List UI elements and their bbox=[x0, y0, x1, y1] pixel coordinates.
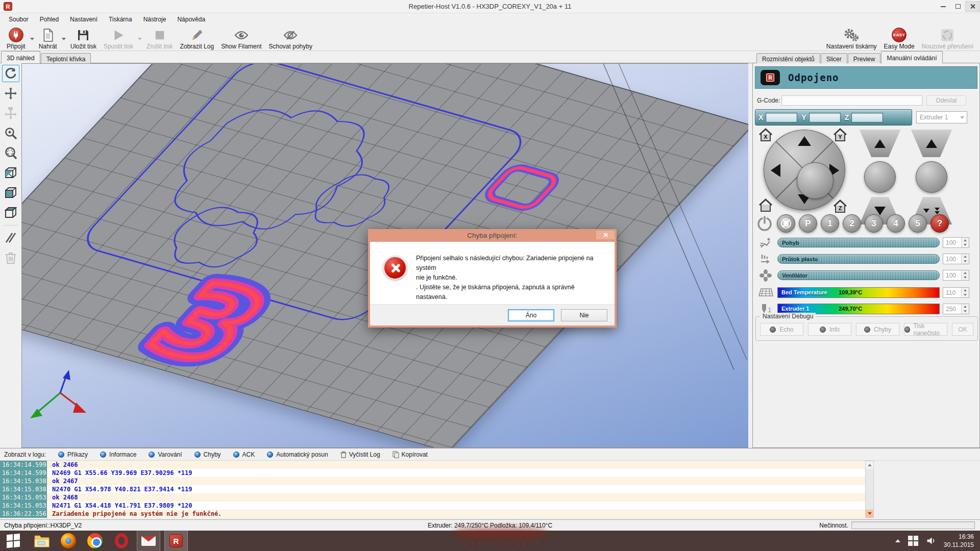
delete-object-icon[interactable] bbox=[2, 249, 19, 266]
park-button[interactable]: P bbox=[799, 214, 817, 233]
repetier-host-taskbar-button[interactable]: R bbox=[164, 531, 188, 551]
send-gcode-button[interactable]: Odeslat bbox=[926, 95, 966, 106]
preset-5-button[interactable]: 5 bbox=[909, 214, 927, 233]
preset-3-button[interactable]: 3 bbox=[865, 214, 883, 233]
tab-slicer[interactable]: Slicer bbox=[821, 53, 847, 64]
z-position-display[interactable] bbox=[851, 113, 883, 122]
hidden-icons-arrow[interactable] bbox=[895, 539, 900, 542]
z-center-knob[interactable] bbox=[864, 161, 896, 193]
help-button[interactable]: ? bbox=[930, 214, 949, 233]
connect-button[interactable]: Připojit bbox=[3, 27, 29, 51]
menu-nastroje[interactable]: Nástroje bbox=[138, 14, 172, 25]
emergency-stop-button[interactable]: Nouzové přerušení bbox=[918, 27, 977, 51]
volume-icon[interactable] bbox=[926, 536, 936, 545]
parallel-projection-icon[interactable] bbox=[2, 229, 19, 246]
bed-temperature-spinner[interactable]: 110 bbox=[943, 287, 969, 298]
side-view-icon[interactable] bbox=[2, 184, 19, 202]
tab-manual-control[interactable]: Manuální ovládání bbox=[881, 51, 942, 63]
home-y-button[interactable]: Y bbox=[832, 128, 848, 143]
front-view-icon[interactable] bbox=[2, 164, 19, 182]
tab-preview[interactable]: Preview bbox=[848, 53, 881, 64]
maximize-button[interactable] bbox=[950, 1, 965, 12]
save-print-button[interactable]: Uložit tisk bbox=[67, 27, 100, 51]
log-scrollbar[interactable] bbox=[865, 461, 874, 518]
move-object-icon[interactable] bbox=[2, 105, 19, 122]
dialog-close-button[interactable] bbox=[596, 230, 615, 240]
dialog-yes-button[interactable]: Áno bbox=[508, 309, 554, 321]
cancel-print-button[interactable]: Zrušit tisk bbox=[143, 27, 176, 51]
clear-log-button[interactable]: Vyčistit Log bbox=[340, 451, 380, 458]
menu-tiskarna[interactable]: Tiskárna bbox=[103, 14, 138, 25]
power-button[interactable] bbox=[756, 215, 773, 232]
show-log-button[interactable]: Zobrazit Log bbox=[176, 27, 217, 51]
debug-dry-run-button[interactable]: Tisk nanečisto bbox=[904, 323, 947, 336]
filter-warnings[interactable]: Varování bbox=[149, 451, 182, 458]
network-icon[interactable] bbox=[908, 536, 918, 546]
fan-slider[interactable]: Ventilátor bbox=[777, 270, 940, 280]
extruder-center-knob[interactable] bbox=[916, 161, 947, 193]
home-x-button[interactable]: X bbox=[758, 128, 773, 143]
fit-view-icon[interactable] bbox=[2, 144, 19, 162]
menu-napoveda[interactable]: Nápověda bbox=[172, 14, 211, 25]
menu-pohled[interactable]: Pohled bbox=[34, 14, 64, 25]
hide-travel-button[interactable]: Schovat pohyby bbox=[265, 27, 316, 51]
debug-info-button[interactable]: Info bbox=[808, 323, 851, 336]
debug-ok-button[interactable]: OK bbox=[952, 323, 973, 336]
zoom-icon[interactable] bbox=[2, 124, 19, 142]
jog-center-knob[interactable] bbox=[797, 162, 834, 199]
chrome-button[interactable] bbox=[84, 531, 106, 551]
connect-dropdown-icon[interactable] bbox=[30, 38, 34, 40]
start-button[interactable] bbox=[0, 531, 27, 551]
speed-spinner[interactable]: 100 bbox=[943, 237, 969, 248]
easy-mode-button[interactable]: EASY Easy Mode bbox=[880, 27, 918, 51]
filter-commands[interactable]: Příkazy bbox=[58, 451, 88, 458]
tab-3d-view[interactable]: 3D náhled bbox=[1, 51, 40, 63]
opera-button[interactable] bbox=[110, 531, 133, 551]
bed-temperature-bar[interactable]: Bed Temperature 109,39°C bbox=[777, 287, 940, 298]
extruder-temperature-spinner[interactable]: 250 bbox=[943, 304, 969, 314]
debug-echo-button[interactable]: Echo bbox=[760, 323, 803, 336]
firefox-button[interactable] bbox=[57, 531, 80, 551]
show-filament-button[interactable]: Show Filament bbox=[217, 27, 265, 51]
home-z-button[interactable]: Z bbox=[832, 199, 848, 214]
tab-temperature-curve[interactable]: Teplotní křivka bbox=[41, 53, 91, 64]
filter-errors[interactable]: Chyby bbox=[194, 451, 221, 458]
flow-spinner[interactable]: 100 bbox=[943, 254, 969, 264]
copy-log-button[interactable]: Kopírovat bbox=[393, 451, 428, 458]
extruder-select[interactable]: Extruder 1 bbox=[916, 111, 967, 123]
jog-x-minus-button[interactable] bbox=[771, 164, 780, 177]
close-button[interactable] bbox=[965, 1, 980, 12]
home-all-button[interactable] bbox=[758, 198, 773, 213]
jog-y-plus-button[interactable] bbox=[798, 136, 811, 146]
mail-button[interactable] bbox=[137, 531, 160, 551]
rotate-view-icon[interactable] bbox=[2, 65, 19, 82]
x-position-display[interactable] bbox=[766, 113, 797, 122]
filter-ack[interactable]: ACK bbox=[233, 451, 255, 458]
menu-nastaveni[interactable]: Nastavení bbox=[64, 14, 103, 25]
top-view-icon[interactable] bbox=[2, 204, 19, 221]
z-up-button[interactable] bbox=[859, 130, 901, 157]
dialog-no-button[interactable]: Nie bbox=[561, 309, 607, 321]
fan-spinner[interactable]: 100 bbox=[943, 270, 969, 281]
preset-1-button[interactable]: 1 bbox=[821, 214, 839, 233]
extrude-up-button[interactable] bbox=[910, 130, 953, 157]
taskbar-clock[interactable]: 16:36 30.11.2015 bbox=[944, 533, 974, 549]
menu-soubor[interactable]: Soubor bbox=[3, 14, 34, 25]
gcode-input[interactable] bbox=[781, 95, 922, 106]
load-button[interactable]: Nahrát bbox=[35, 27, 61, 51]
speed-slider[interactable]: Pohyb bbox=[777, 238, 940, 247]
move-view-icon[interactable] bbox=[2, 85, 19, 102]
preset-2-button[interactable]: 2 bbox=[843, 214, 861, 233]
scroll-up-icon[interactable] bbox=[866, 461, 873, 469]
preset-4-button[interactable]: 4 bbox=[887, 214, 905, 233]
start-print-button[interactable]: Spustit tisk bbox=[100, 27, 137, 51]
printer-settings-button[interactable]: Nastavení tiskárny bbox=[823, 27, 880, 51]
filter-autoscroll[interactable]: Automatický posun bbox=[267, 451, 328, 458]
y-position-display[interactable] bbox=[809, 113, 841, 122]
scroll-down-icon[interactable] bbox=[866, 510, 873, 517]
file-explorer-button[interactable] bbox=[31, 531, 53, 551]
load-dropdown-icon[interactable] bbox=[62, 38, 66, 40]
debug-errors-button[interactable]: Chyby bbox=[856, 323, 899, 336]
start-dropdown-icon[interactable] bbox=[138, 38, 142, 40]
minimize-button[interactable] bbox=[936, 1, 950, 12]
